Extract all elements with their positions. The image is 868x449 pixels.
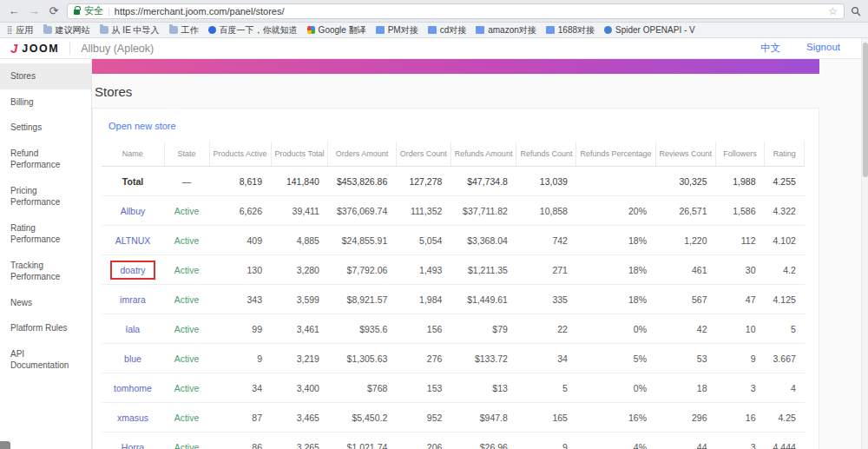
bookmark-item[interactable]: Google 翻译 [307, 24, 366, 36]
table-row: lalaActive993,461$935.6156$79220%42105 [102, 314, 805, 344]
table-cell: 409 [209, 226, 271, 255]
sidebar-item-refund-performance[interactable]: Refund Performance [0, 141, 91, 178]
table-cell: 13,039 [516, 167, 576, 196]
table-cell: 4.444 [765, 432, 805, 449]
table-cell: 335 [516, 285, 576, 314]
column-header-refunds-amount: Refunds Amount [450, 142, 516, 167]
bookmark-item[interactable]: amazon对接 [476, 24, 536, 36]
table-cell: 3,219 [271, 344, 328, 373]
language-link[interactable]: 中文 [760, 42, 780, 55]
store-link-horra[interactable]: Horra [122, 442, 144, 449]
table-cell: 30,325 [655, 167, 716, 196]
joom-logo[interactable]: J JOOM [10, 42, 59, 55]
table-cell: 271 [516, 255, 576, 285]
bookmark-label: 工作 [181, 24, 199, 36]
state-value: Active [174, 442, 200, 449]
bookmark-item[interactable]: cd对接 [428, 24, 467, 36]
bookmark-label: 从 IE 中导入 [112, 24, 160, 36]
table-cell: 22 [516, 314, 576, 344]
table-cell: 9 [716, 344, 765, 373]
bookmark-item[interactable]: ⣿应用 [7, 24, 34, 36]
store-link-doatry[interactable]: doatry [110, 261, 155, 280]
table-cell: 4.125 [765, 285, 805, 314]
table-cell: 742 [516, 226, 576, 255]
table-cell: 3,280 [271, 255, 328, 285]
search-icon[interactable] [851, 6, 861, 17]
table-cell: 16% [576, 403, 655, 432]
bookmark-item[interactable]: PM对接 [376, 24, 418, 36]
table-row: HorraActive863,265$1,021.74206$26.9694%4… [102, 432, 805, 449]
sidebar-item-news[interactable]: News [0, 290, 91, 316]
sidebar-item-stores[interactable]: Stores [0, 63, 91, 89]
scrollbar-thumb[interactable] [863, 43, 868, 177]
store-link-altnux[interactable]: ALTNUX [115, 235, 151, 246]
sidebar-item-settings[interactable]: Settings [0, 115, 91, 141]
table-cell: 53 [655, 344, 716, 373]
table-cell: $7,792.06 [328, 255, 396, 285]
table-cell: 18% [576, 285, 655, 314]
table-cell: 952 [396, 403, 450, 432]
table-cell: 47 [716, 285, 765, 314]
table-cell: 87 [209, 403, 271, 432]
sidebar-item-platform-rules[interactable]: Platform Rules [0, 315, 91, 341]
sidebar-item-tracking-performance[interactable]: Tracking Performance [0, 253, 91, 290]
column-header-refunds-percentage: Refunds Percentage [576, 142, 655, 167]
table-cell: $79 [450, 314, 516, 344]
table-cell: $935.6 [328, 314, 396, 344]
table-cell: 4.322 [765, 196, 805, 226]
table-body: Total—8,619141,840$453,826.86127,278$47,… [102, 167, 805, 449]
table-cell: 4.2 [765, 255, 805, 285]
table-cell: 42 [655, 314, 716, 344]
page-title: Stores [95, 84, 868, 99]
store-link-blue[interactable]: blue [124, 353, 141, 364]
table-cell: 4 [765, 373, 805, 403]
doc-icon [546, 26, 555, 34]
table-cell: 4.25 [765, 403, 805, 432]
bookmark-item[interactable]: Spider OPENAPI - V [604, 25, 695, 35]
address-bar[interactable]: 安全 | https://merchant.joom.com/panel/sto… [67, 3, 845, 19]
table-cell: $947.8 [450, 403, 516, 432]
back-button[interactable]: ← [7, 5, 21, 17]
table-cell: 99 [209, 314, 271, 344]
table-cell: $1,305.63 [328, 344, 396, 373]
table-row: AllbuyActive6,62639,411$376,069.74111,35… [102, 196, 805, 226]
bookmark-item[interactable]: 从 IE 中导入 [100, 24, 160, 36]
bookmark-item[interactable]: 百度一下，你就知道 [208, 24, 298, 36]
store-link-allbuy[interactable]: Allbuy [121, 206, 146, 216]
refresh-button[interactable]: ⟳ [47, 5, 61, 17]
page-scrollbar[interactable] [861, 38, 868, 449]
table-cell: $3,368.04 [450, 226, 516, 255]
table-cell: 153 [396, 373, 450, 403]
signout-link[interactable]: Signout [806, 42, 840, 55]
app-body: StoresBillingSettingsRefund PerformanceP… [0, 59, 868, 449]
column-header-refunds-count: Refunds Count [516, 142, 576, 167]
state-value: Active [174, 383, 200, 393]
table-cell: $1,021.74 [328, 432, 396, 449]
store-link-lala[interactable]: lala [126, 324, 140, 334]
store-link-imrara[interactable]: imrara [120, 294, 146, 305]
forward-button[interactable]: → [27, 5, 41, 17]
open-new-store-link[interactable]: Open new store [108, 121, 176, 131]
total-label: Total [122, 176, 143, 187]
bookmark-item[interactable]: 1688对接 [546, 24, 595, 36]
bookmark-label: 百度一下，你就知道 [220, 24, 298, 36]
store-link-xmasus[interactable]: xmasus [117, 413, 148, 423]
bookmark-item[interactable]: 建议网站 [43, 24, 90, 36]
sidebar-item-rating-performance[interactable]: Rating Performance [0, 215, 91, 253]
table-row: Total—8,619141,840$453,826.86127,278$47,… [102, 167, 805, 196]
table-cell: 111,352 [396, 196, 450, 226]
bookmark-item[interactable]: 工作 [169, 24, 199, 36]
table-cell: $1,449.61 [450, 285, 516, 314]
sidebar-item-api-documentation[interactable]: API Documentation [0, 341, 91, 379]
sidebar-item-billing[interactable]: Billing [0, 89, 91, 116]
table-cell: 4,885 [271, 226, 328, 255]
sidebar-item-pricing-performance[interactable]: Pricing Performance [0, 178, 91, 215]
state-value: Active [174, 324, 200, 334]
status-bubble [0, 441, 10, 449]
table-cell: 3,265 [271, 432, 328, 449]
table-row: xmasusActive873,465$5,450.2952$947.81651… [102, 403, 805, 432]
bookmark-star-icon[interactable]: ☆ [828, 5, 838, 17]
store-link-tomhome[interactable]: tomhome [114, 383, 152, 393]
bookmark-label: 建议网站 [56, 24, 90, 36]
table-cell: $24,855.91 [328, 226, 396, 255]
